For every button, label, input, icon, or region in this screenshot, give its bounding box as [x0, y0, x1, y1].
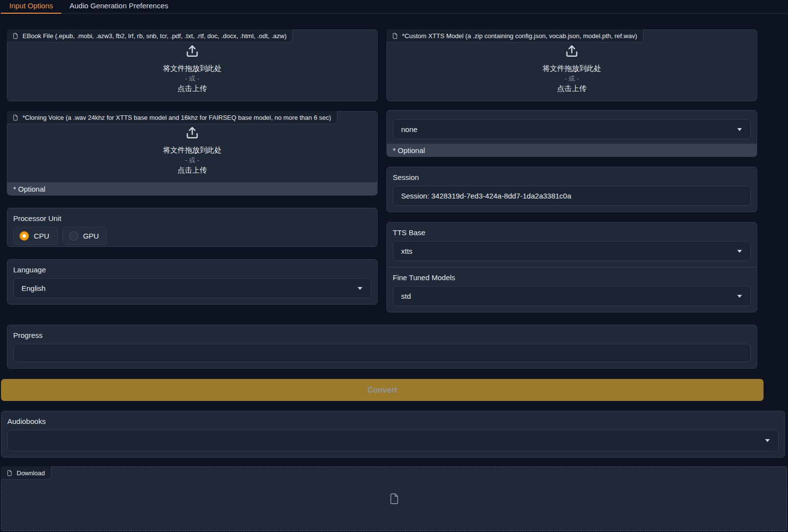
radio-gpu-label: GPU [83, 232, 99, 240]
tab-audio-generation-preferences[interactable]: Audio Generation Preferences [61, 0, 177, 14]
tts-base-dropdown[interactable]: xtts [393, 241, 751, 261]
cloning-voice-label-chip: *Cloning Voice (a .wav 24khz for XTTS ba… [7, 111, 338, 124]
ebook-file-label: EBook File (.epub, .mobi, .azw3, fb2, lr… [23, 32, 287, 40]
fine-tuned-models-value: std [401, 292, 411, 300]
download-label: Download [17, 469, 45, 477]
audiobooks-label: Audiobooks [7, 417, 779, 425]
audiobooks-panel: Audiobooks [1, 411, 785, 458]
custom-xtts-model-label-chip: *Custom XTTS Model (a .zip containing co… [386, 29, 644, 43]
click-to-upload-text: 点击上传 [557, 83, 586, 94]
custom-model-select-panel: none * Optional [386, 110, 757, 157]
divider [387, 267, 757, 267]
convert-button[interactable]: Convert [1, 379, 764, 401]
document-icon [388, 493, 400, 505]
ebook-file-label-chip: EBook File (.epub, .mobi, .azw3, fb2, lr… [7, 29, 293, 43]
download-file-area[interactable]: Download [1, 466, 787, 531]
audiobooks-dropdown[interactable] [7, 430, 779, 451]
file-icon [12, 33, 19, 39]
language-panel: Language English [7, 259, 378, 305]
language-value: English [22, 284, 45, 292]
radio-gpu[interactable]: GPU [63, 227, 108, 245]
download-placeholder [1, 467, 787, 531]
session-panel: Session Session: 3428319d-7ed3-424a-8dd7… [386, 167, 757, 212]
progress-label: Progress [13, 331, 751, 339]
file-icon [6, 470, 13, 476]
drop-files-text: 将文件拖放到此处 [542, 63, 601, 74]
radio-unselected-icon [69, 231, 78, 241]
download-label-chip: Download [1, 466, 51, 480]
chevron-down-icon [765, 439, 770, 443]
fine-tuned-models-dropdown[interactable]: std [393, 286, 751, 306]
tts-base-label: TTS Base [393, 228, 751, 237]
click-to-upload-text: 点击上传 [178, 83, 207, 94]
chevron-down-icon [737, 128, 743, 132]
drop-files-text: 将文件拖放到此处 [163, 63, 222, 74]
tts-settings-panel: TTS Base xtts Fine Tuned Models std [386, 222, 757, 312]
chevron-down-icon [737, 249, 743, 253]
upload-icon [185, 44, 200, 58]
cloning-voice-label: *Cloning Voice (a .wav 24khz for XTTS ba… [23, 114, 331, 121]
processor-unit-panel: Processor Unit CPU GPU [7, 208, 378, 247]
language-label: Language [13, 266, 371, 274]
or-text: - 或 - [185, 155, 200, 165]
drop-files-text: 将文件拖放到此处 [163, 145, 222, 155]
left-column: EBook File (.epub, .mobi, .azw3, fb2, lr… [7, 29, 378, 312]
custom-model-value: none [401, 125, 417, 133]
file-icon [392, 33, 398, 39]
processor-radio-group: CPU GPU [13, 227, 371, 245]
tab-bar: Input Options Audio Generation Preferenc… [0, 0, 788, 14]
fine-tuned-models-label: Fine Tuned Models [393, 273, 751, 282]
click-to-upload-text: 点击上传 [178, 165, 207, 176]
or-text: - 或 - [565, 74, 579, 84]
chevron-down-icon [737, 294, 743, 298]
right-column: *Custom XTTS Model (a .zip containing co… [386, 29, 757, 312]
language-dropdown[interactable]: English [13, 278, 371, 298]
file-icon [12, 114, 19, 121]
session-input[interactable]: Session: 3428319d-7ed3-424a-8dd7-1da2a33… [393, 186, 751, 206]
ebook-file-upload-panel: EBook File (.epub, .mobi, .azw3, fb2, lr… [7, 29, 378, 101]
radio-selected-icon [20, 231, 29, 241]
cloning-voice-upload-panel: *Cloning Voice (a .wav 24khz for XTTS ba… [7, 111, 378, 196]
chevron-down-icon [357, 287, 363, 290]
tab-input-options[interactable]: Input Options [1, 0, 61, 14]
progress-input[interactable] [13, 344, 751, 362]
upload-icon [564, 44, 579, 58]
upload-icon [185, 125, 200, 140]
progress-panel: Progress [7, 325, 757, 369]
cloning-voice-optional-bar: * Optional [7, 182, 377, 195]
radio-cpu-label: CPU [34, 232, 49, 240]
custom-model-dropdown[interactable]: none [393, 119, 751, 139]
custom-xtts-model-upload-panel: *Custom XTTS Model (a .zip containing co… [386, 29, 757, 101]
custom-xtts-model-label: *Custom XTTS Model (a .zip containing co… [402, 32, 637, 40]
radio-cpu[interactable]: CPU [13, 227, 58, 245]
custom-model-optional-bar: * Optional [387, 144, 757, 156]
tts-base-value: xtts [401, 247, 412, 255]
session-label: Session [393, 173, 751, 181]
or-text: - 或 - [185, 74, 200, 84]
processor-unit-label: Processor Unit [13, 214, 371, 222]
